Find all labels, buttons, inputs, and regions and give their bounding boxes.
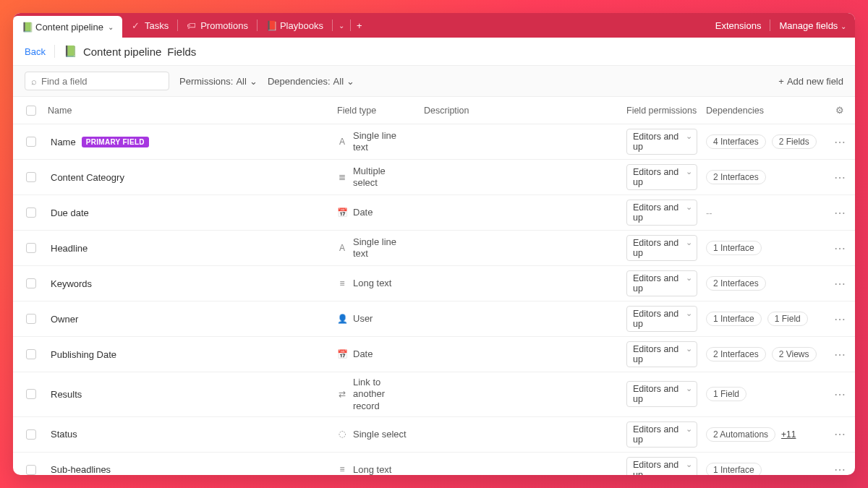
permission-dropdown[interactable]: Editors and up: [626, 341, 697, 367]
permissions-filter[interactable]: Permissions: All ⌄: [179, 76, 258, 87]
add-table-button[interactable]: +: [351, 13, 368, 38]
dependency-pill[interactable]: 1 Field: [706, 387, 746, 401]
row-checkbox[interactable]: [26, 137, 36, 147]
row-checkbox[interactable]: [26, 314, 36, 324]
book-icon: 📕: [266, 20, 276, 31]
dependency-pill[interactable]: 2 Interfaces: [706, 170, 766, 184]
row-more-menu[interactable]: ⋯: [829, 241, 851, 255]
col-type[interactable]: Field type: [337, 106, 424, 116]
table-row[interactable]: Content Cateogry≣Multiple selectEditors …: [13, 160, 855, 195]
row-more-menu[interactable]: ⋯: [829, 171, 851, 184]
tab-tasks[interactable]: ✓ Tasks: [122, 13, 177, 38]
table-row[interactable]: HeadlineASingle line textEditors and up1…: [13, 231, 855, 266]
table-row[interactable]: Results⇄Link to another recordEditors an…: [13, 372, 855, 417]
field-type-label: Link to another record: [353, 377, 411, 412]
row-checkbox[interactable]: [26, 172, 36, 182]
dependency-pill[interactable]: 1 Interface: [706, 463, 762, 475]
manage-fields-link[interactable]: Manage fields ⌄: [779, 20, 846, 31]
row-more-menu[interactable]: ⋯: [829, 388, 851, 401]
field-type-icon: ≣: [337, 172, 347, 183]
dependency-pill[interactable]: 2 Interfaces: [706, 347, 766, 361]
select-all-checkbox[interactable]: [26, 106, 36, 116]
permission-dropdown[interactable]: Editors and up: [626, 164, 697, 190]
row-checkbox[interactable]: [26, 465, 36, 475]
row-checkbox[interactable]: [26, 349, 36, 359]
table-icon: 📗: [64, 45, 77, 58]
permission-dropdown[interactable]: Editors and up: [626, 381, 697, 407]
permission-dropdown[interactable]: Editors and up: [626, 306, 697, 332]
dependency-pill[interactable]: 2 Automations: [706, 427, 775, 442]
field-type-label: User: [353, 313, 373, 325]
row-checkbox[interactable]: [26, 243, 36, 253]
back-link[interactable]: Back: [25, 46, 46, 57]
row-checkbox[interactable]: [26, 429, 36, 440]
col-description[interactable]: Description: [424, 106, 626, 116]
table-row[interactable]: NamePRIMARY FIELDASingle line textEditor…: [13, 124, 855, 160]
col-dependencies[interactable]: Dependencies: [706, 106, 829, 116]
permission-dropdown[interactable]: Editors and up: [626, 270, 697, 296]
table-row[interactable]: Due date📅DateEditors and up--⋯: [13, 195, 855, 231]
row-more-menu[interactable]: ⋯: [829, 312, 851, 326]
dependencies-cell: 2 Interfaces: [706, 170, 829, 184]
tab-separator: [770, 20, 770, 31]
dependencies-filter[interactable]: Dependencies: All ⌄: [268, 76, 354, 87]
row-more-menu[interactable]: ⋯: [829, 206, 851, 220]
dependencies-cell: 2 Interfaces2 Views: [706, 347, 829, 361]
field-type-icon: 📅: [337, 207, 347, 218]
dependency-pill[interactable]: 4 Interfaces: [706, 134, 766, 149]
dependency-pill[interactable]: 1 Field: [767, 312, 808, 326]
table-row[interactable]: Status◌Single selectEditors and up2 Auto…: [13, 417, 855, 453]
field-name: Headline: [51, 243, 88, 254]
row-more-menu[interactable]: ⋯: [829, 427, 851, 441]
filter-label: Permissions:: [179, 76, 233, 87]
table-row[interactable]: Sub-headlines≡Long textEditors and up1 I…: [13, 453, 855, 475]
field-type-icon: ≡: [337, 278, 347, 289]
col-permissions[interactable]: Field permissions: [626, 106, 706, 116]
permission-dropdown[interactable]: Editors and up: [626, 129, 697, 155]
field-type-icon: A: [337, 243, 347, 254]
field-name: Name: [51, 137, 76, 147]
tab-playbooks[interactable]: 📕 Playbooks: [258, 13, 332, 38]
permission-dropdown[interactable]: Editors and up: [626, 421, 697, 448]
field-name: Keywords: [51, 278, 92, 289]
field-name: Owner: [51, 314, 78, 325]
subheader: Back 📗 Content pipeline Fields: [13, 38, 855, 66]
row-more-menu[interactable]: ⋯: [829, 348, 851, 361]
dependency-pill[interactable]: 1 Interface: [706, 241, 762, 255]
tag-icon: 🏷: [187, 20, 196, 31]
add-new-field-button[interactable]: + Add new field: [778, 76, 843, 87]
chevron-down-icon[interactable]: ⌄: [108, 23, 114, 31]
table-row[interactable]: Publishing Date📅DateEditors and up2 Inte…: [13, 337, 855, 372]
table-row[interactable]: Keywords≡Long textEditors and up2 Interf…: [13, 266, 855, 301]
tab-more[interactable]: ⌄: [333, 13, 350, 38]
row-more-menu[interactable]: ⋯: [829, 277, 851, 291]
tab-content-pipeline[interactable]: 📗 Content pipeline ⌄: [13, 16, 122, 38]
title-main: Content pipeline: [83, 46, 161, 58]
table-row[interactable]: Owner👤UserEditors and up1 Interface1 Fie…: [13, 301, 855, 337]
search-input[interactable]: [41, 76, 163, 87]
tab-promotions[interactable]: 🏷 Promotions: [178, 13, 257, 38]
dependency-pill[interactable]: 2 Fields: [772, 134, 817, 149]
row-more-menu[interactable]: ⋯: [829, 135, 851, 149]
column-settings-icon[interactable]: ⚙: [829, 105, 851, 116]
row-more-menu[interactable]: ⋯: [829, 463, 851, 475]
extensions-link[interactable]: Extensions: [715, 20, 762, 31]
dependencies-cell: 4 Interfaces2 Fields: [706, 134, 829, 149]
filter-value: All: [333, 76, 344, 87]
row-checkbox[interactable]: [26, 389, 36, 399]
dependency-pill[interactable]: 1 Interface: [706, 312, 762, 326]
permission-dropdown[interactable]: Editors and up: [626, 235, 697, 261]
search-field[interactable]: ⌕: [25, 72, 169, 90]
dependencies-cell: 2 Automations+11: [706, 427, 829, 442]
permission-dropdown[interactable]: Editors and up: [626, 457, 697, 475]
field-type-label: Single select: [353, 429, 407, 440]
row-checkbox[interactable]: [26, 207, 36, 218]
field-type-icon: ◌: [337, 429, 347, 440]
row-checkbox[interactable]: [26, 278, 36, 288]
field-type-label: Single line text: [353, 236, 411, 260]
dependency-pill[interactable]: 2 Interfaces: [706, 276, 766, 291]
permission-dropdown[interactable]: Editors and up: [626, 200, 697, 226]
dependency-pill[interactable]: 2 Views: [772, 347, 817, 361]
more-dependencies-link[interactable]: +11: [781, 429, 796, 440]
col-name[interactable]: Name: [48, 106, 337, 116]
